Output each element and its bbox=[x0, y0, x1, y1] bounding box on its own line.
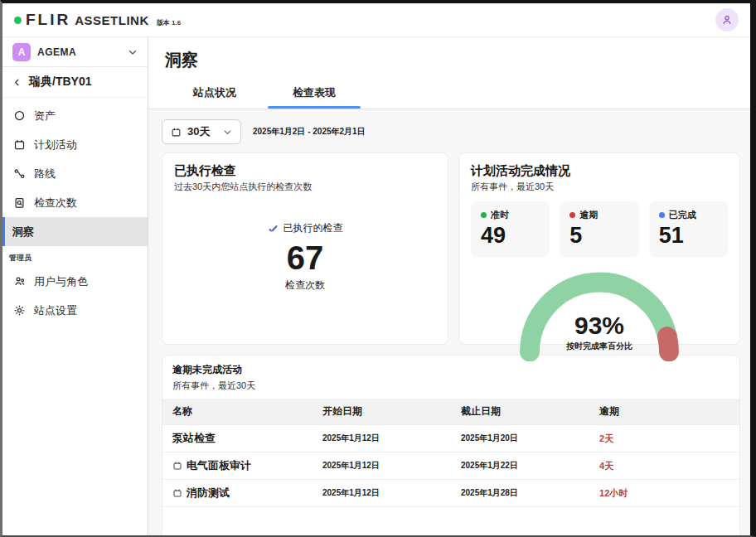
start-date: 2025年1月12日 bbox=[313, 480, 451, 507]
green-dot-icon bbox=[481, 212, 487, 218]
due-date: 2025年1月22日 bbox=[451, 452, 589, 480]
due-date: 2025年1月20日 bbox=[451, 425, 589, 452]
org-name: AGEMA bbox=[37, 46, 76, 58]
start-date: 2025年1月12日 bbox=[313, 425, 451, 452]
due-date: 2025年1月28日 bbox=[451, 480, 589, 507]
table-subtitle: 所有事件，最近30天 bbox=[172, 380, 729, 392]
overdue-activities-card: 逾期未完成活动 所有事件，最近30天 名称 开始日期 截止日期 逾期 bbox=[162, 355, 740, 535]
tab-site-status[interactable]: 站点状况 bbox=[165, 78, 264, 109]
main-content: 洞察 站点状况 检查表现 30天 bbox=[148, 37, 750, 535]
sidebar-item-label: 检查次数 bbox=[34, 196, 77, 210]
stat-label: 已完成 bbox=[669, 209, 696, 221]
admin-section-label: 管理员 bbox=[2, 246, 148, 267]
app-window: FLIR ASSETLINK 版本 1.6 A AGEMA bbox=[0, 0, 756, 537]
table-row[interactable]: 电气面板审计 2025年1月12日 2025年1月22日 4天 bbox=[162, 452, 739, 480]
tab-bar: 站点状况 检查表现 bbox=[148, 78, 750, 109]
page-title: 洞察 bbox=[148, 37, 750, 78]
flir-logo-text: FLIR bbox=[26, 11, 70, 29]
stat-completed: 已完成 51 bbox=[649, 201, 728, 257]
sidebar-item-assets[interactable]: 资产 bbox=[2, 101, 148, 130]
executed-count-value: 67 bbox=[162, 239, 448, 277]
chevron-left-icon bbox=[12, 78, 22, 87]
flir-logo-dot bbox=[14, 17, 22, 24]
executed-legend-label: 已执行的检查 bbox=[284, 221, 343, 235]
chevron-down-icon bbox=[128, 47, 138, 57]
sidebar-item-label: 用户与角色 bbox=[34, 274, 88, 289]
sidebar-item-users-roles[interactable]: 用户与角色 bbox=[2, 267, 148, 296]
executed-count-unit: 检查次数 bbox=[162, 278, 448, 293]
card-subtitle: 所有事件，最近30天 bbox=[471, 181, 728, 193]
circle-asset-icon bbox=[12, 109, 27, 122]
stat-value: 51 bbox=[659, 224, 718, 249]
executed-inspections-card: 已执行检查 过去30天内您站点执行的检查次数 已执行的检查 67 检查次数 bbox=[162, 152, 448, 345]
sidebar-nav: 资产 计划活动 路线 bbox=[2, 98, 148, 325]
trend-check-icon bbox=[268, 224, 279, 234]
stat-overdue: 逾期 5 bbox=[560, 201, 638, 257]
sidebar-item-label: 计划活动 bbox=[34, 138, 77, 152]
date-range-select[interactable]: 30天 bbox=[162, 119, 241, 144]
red-dot-icon bbox=[569, 212, 575, 218]
sidebar-item-inspections[interactable]: 检查次数 bbox=[2, 188, 148, 217]
site-name: 瑞典/TBY01 bbox=[29, 75, 91, 90]
brand-logo: FLIR ASSETLINK 版本 1.6 bbox=[14, 11, 181, 29]
user-avatar-button[interactable] bbox=[715, 8, 739, 31]
sidebar-item-insights[interactable]: 洞察 bbox=[2, 217, 148, 246]
stat-label: 逾期 bbox=[579, 209, 598, 221]
stat-label: 准时 bbox=[491, 209, 509, 221]
overdue-activities-table: 名称 开始日期 截止日期 逾期 泵站检查 2025年1月12日 2025年1月2… bbox=[162, 399, 739, 507]
sidebar-item-site-settings[interactable]: 站点设置 bbox=[2, 296, 148, 325]
product-name: ASSETLINK bbox=[75, 13, 149, 27]
sidebar-item-label: 洞察 bbox=[12, 225, 34, 239]
activity-name: 消防测试 bbox=[187, 486, 230, 501]
site-back-row[interactable]: 瑞典/TBY01 bbox=[2, 67, 148, 98]
column-header-start: 开始日期 bbox=[313, 399, 451, 425]
tab-inspection-performance[interactable]: 检查表现 bbox=[264, 78, 364, 109]
overdue-duration: 2天 bbox=[589, 425, 739, 452]
activity-completion-card: 计划活动完成情况 所有事件，最近30天 准时 49 bbox=[458, 152, 740, 345]
on-time-gauge: 93% 按时完成率百分比 bbox=[502, 260, 697, 361]
column-header-overdue: 逾期 bbox=[589, 399, 739, 425]
stat-value: 49 bbox=[481, 224, 540, 249]
date-range-text: 2025年1月2日 - 2025年2月1日 bbox=[253, 126, 366, 138]
card-subtitle: 过去30天内您站点执行的检查次数 bbox=[174, 181, 436, 193]
column-header-name: 名称 bbox=[162, 399, 313, 425]
gear-icon bbox=[12, 304, 27, 317]
table-header-row: 名称 开始日期 截止日期 逾期 bbox=[162, 399, 739, 425]
start-date: 2025年1月12日 bbox=[313, 452, 451, 480]
overdue-duration: 12小时 bbox=[589, 480, 739, 507]
chevron-down-icon bbox=[223, 128, 232, 137]
inspection-clipboard-icon bbox=[12, 196, 27, 209]
table-row[interactable]: 消防测试 2025年1月12日 2025年1月28日 12小时 bbox=[162, 480, 739, 507]
card-title: 计划活动完成情况 bbox=[471, 163, 728, 179]
table-row[interactable]: 泵站检查 2025年1月12日 2025年1月20日 2天 bbox=[162, 425, 739, 452]
gauge-caption: 按时完成率百分比 bbox=[502, 341, 697, 352]
users-icon bbox=[12, 275, 27, 288]
sidebar-item-label: 资产 bbox=[34, 109, 56, 123]
org-avatar: A bbox=[12, 43, 31, 61]
topbar: FLIR ASSETLINK 版本 1.6 bbox=[2, 3, 750, 37]
calendar-icon bbox=[171, 127, 182, 138]
sidebar-item-label: 站点设置 bbox=[34, 303, 77, 318]
stat-on-time: 准时 49 bbox=[471, 201, 550, 257]
sidebar-item-routes[interactable]: 路线 bbox=[2, 159, 148, 188]
activity-name: 电气面板审计 bbox=[187, 458, 251, 473]
org-switcher[interactable]: A AGEMA bbox=[2, 37, 148, 67]
sidebar: A AGEMA 瑞典/TBY01 资产 bbox=[2, 37, 148, 535]
blue-dot-icon bbox=[659, 212, 665, 218]
overdue-duration: 4天 bbox=[589, 452, 739, 480]
calendar-icon bbox=[172, 461, 182, 471]
version-label: 版本 1.6 bbox=[157, 18, 181, 27]
sidebar-item-label: 路线 bbox=[34, 167, 56, 181]
activity-name: 泵站检查 bbox=[172, 431, 216, 446]
column-header-due: 截止日期 bbox=[451, 399, 589, 425]
calendar-icon bbox=[12, 138, 27, 151]
card-title: 已执行检查 bbox=[174, 163, 436, 179]
stat-value: 5 bbox=[569, 224, 628, 249]
route-icon bbox=[12, 167, 27, 180]
sidebar-item-planned-activities[interactable]: 计划活动 bbox=[2, 130, 148, 159]
gauge-percent-value: 93% bbox=[502, 312, 697, 339]
date-range-value: 30天 bbox=[187, 124, 210, 139]
calendar-icon bbox=[172, 488, 182, 498]
table-title: 逾期未完成活动 bbox=[172, 363, 729, 377]
person-icon bbox=[721, 14, 733, 26]
